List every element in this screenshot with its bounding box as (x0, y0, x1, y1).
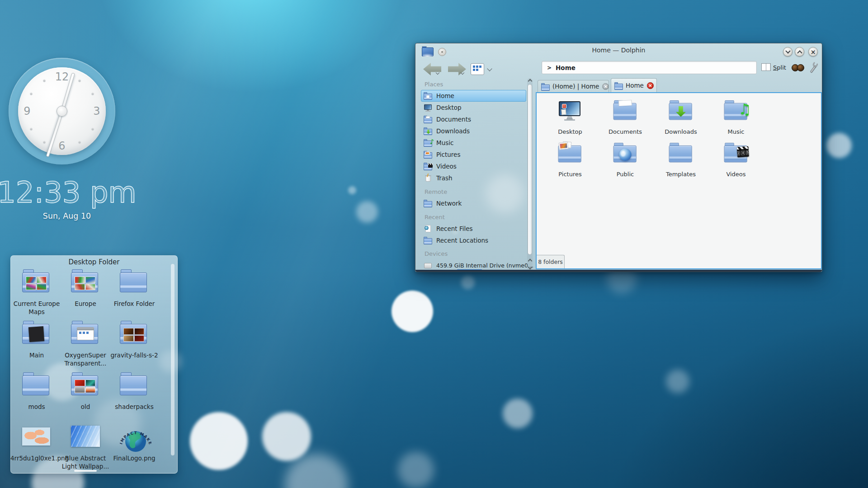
tab-home-inactive[interactable]: (Home) | Home × (538, 80, 609, 92)
desktop-item-main[interactable]: Main (13, 320, 60, 360)
desktop-folder-title: Desktop Folder (11, 258, 177, 266)
forward-dropdown-icon[interactable] (461, 71, 464, 75)
window-bottom-edge (415, 270, 822, 272)
bokeh-circle (262, 412, 311, 461)
clock-center-cap (57, 106, 67, 117)
home-icon (424, 92, 433, 100)
places-item-recent-files[interactable]: Recent Files (421, 223, 526, 235)
dolphin-window: Home — Dolphin × > Home Split PlacesHome… (415, 43, 822, 272)
places-section-header: Devices (425, 250, 526, 259)
clock-numeral-3: 3 (93, 105, 100, 117)
places-section-header: Recent (425, 214, 526, 223)
places-section-header: Remote (425, 188, 526, 197)
desktop-item-oxygensuper-transparent-[interactable]: OxygenSuper Transparent... (62, 320, 109, 367)
places-item-recent-locations[interactable]: Recent Locations (421, 235, 526, 246)
folder-dark-icon (22, 321, 51, 347)
clock-numeral-12: 12 (55, 70, 69, 83)
file-item-downloads[interactable]: Downloads (655, 99, 707, 135)
image-map-icon (22, 424, 51, 450)
desktop-item-blue-abstract-light-wall[interactable]: Blue Abstract Light Wallpap... (62, 423, 109, 470)
location-bar[interactable]: > Home (542, 61, 757, 74)
close-button[interactable]: × (808, 47, 818, 56)
places-item-trash[interactable]: Trash (421, 172, 526, 184)
breadcrumb[interactable]: Home (556, 64, 576, 71)
places-item-documents[interactable]: Documents (421, 113, 526, 125)
bokeh-circle (666, 370, 689, 393)
folder-icon (667, 143, 695, 165)
folder-icon (120, 372, 149, 399)
public-icon (611, 143, 639, 165)
places-item-desktop[interactable]: Desktop (421, 102, 526, 113)
maximize-button[interactable] (795, 47, 804, 56)
places-item-network[interactable]: Network (421, 197, 526, 209)
clock-numeral-6: 6 (58, 140, 65, 152)
folder-mixed-icon (71, 372, 100, 399)
split-icon[interactable] (761, 63, 771, 71)
places-panel: PlacesHome DesktopDocumentsDownloads♪Mus… (421, 78, 526, 271)
split-button[interactable]: Split (773, 64, 786, 71)
breadcrumb-chevron: > (547, 65, 552, 71)
folder-maps2-icon (71, 269, 100, 296)
minimize-button[interactable] (783, 47, 793, 56)
places-item-music[interactable]: ♪Music (421, 137, 526, 149)
clock-hour-dot (30, 128, 33, 130)
desktop-folder-widget: Desktop Folder Current Europe Maps Europ… (10, 255, 178, 474)
file-item-pictures[interactable]: Pictures (544, 141, 596, 178)
view-mode-dropdown-icon[interactable] (487, 66, 492, 71)
places-item-pictures[interactable]: Pictures (421, 149, 526, 160)
folder-view: Desktop Documents Downloads♫ Music Pictu… (536, 92, 822, 269)
image-globe-icon: IMPACT MAKERS (120, 424, 149, 450)
places-scrollbar[interactable] (527, 78, 533, 271)
downloads-icon (667, 100, 695, 123)
tab-close-icon-active[interactable]: × (647, 82, 654, 89)
desktop-item-mods[interactable]: mods (13, 371, 60, 411)
folder-photos-icon (120, 321, 149, 347)
widget-scrollbar[interactable] (171, 264, 175, 455)
file-item-videos[interactable]: 245 Videos (710, 141, 762, 178)
file-item-desktop[interactable]: Desktop (544, 99, 596, 135)
clock-hour-dot (43, 80, 46, 82)
network-icon (424, 199, 433, 208)
desktop-item-current-europe-maps[interactable]: Current Europe Maps (13, 268, 60, 316)
desktop-icon (556, 100, 584, 123)
places-item-home[interactable]: Home (421, 90, 526, 102)
desktop-item-4rr5du1gl0xe1-png[interactable]: 4rr5du1gl0xe1.png (13, 423, 60, 463)
clock-hour-dot (91, 128, 94, 130)
desktop-icon (424, 103, 433, 112)
places-scrollbar-thumb[interactable] (528, 84, 532, 255)
file-item-music[interactable]: ♫ Music (710, 99, 762, 135)
tab-close-icon[interactable]: × (602, 83, 609, 90)
file-item-public[interactable]: Public (599, 141, 651, 178)
bokeh-circle (398, 452, 434, 488)
bokeh-circle (356, 201, 378, 223)
clock-hour-dot (79, 80, 81, 82)
tab-home-active[interactable]: Home × (611, 78, 657, 92)
bokeh-circle (503, 399, 533, 428)
file-item-templates[interactable]: Templates (655, 141, 707, 178)
places-item-videos[interactable]: Videos (421, 160, 526, 172)
status-bar: 8 folders (537, 255, 565, 268)
desktop-item-finallogo-png[interactable]: IMPACT MAKERS FinalLogo.png (111, 423, 158, 463)
clock-hour-dot (79, 141, 81, 143)
analog-clock-widget: 12 3 6 9 (9, 58, 115, 164)
desktop-item-old[interactable]: old (62, 371, 109, 411)
widget-drag-handle[interactable] (74, 470, 97, 472)
view-mode-button[interactable] (471, 63, 484, 75)
places-section-header: Places (425, 81, 526, 90)
svg-text:12:33 pm: 12:33 pm (0, 176, 135, 209)
desktop-item-gravity-falls-s-2[interactable]: gravity-falls-s-2 (111, 320, 158, 360)
desktop-item-europe[interactable]: Europe (62, 268, 109, 308)
bokeh-circle (348, 186, 356, 194)
file-item-documents[interactable]: Documents (599, 99, 651, 135)
recent-locations-icon (424, 236, 433, 245)
settings-icon[interactable] (807, 61, 821, 75)
find-icon[interactable] (792, 63, 804, 72)
desktop-item-firefox-folder[interactable]: Firefox Folder (111, 268, 158, 308)
desktop-item-shaderpacks[interactable]: shaderpacks (111, 371, 158, 411)
window-title: Home — Dolphin (415, 47, 822, 54)
videos-icon (424, 162, 433, 171)
digital-date: Sun, Aug 10 (0, 211, 134, 221)
videos-icon: 245 (722, 143, 750, 165)
folder-maps-icon (22, 269, 51, 296)
places-item-downloads[interactable]: Downloads (421, 125, 526, 137)
